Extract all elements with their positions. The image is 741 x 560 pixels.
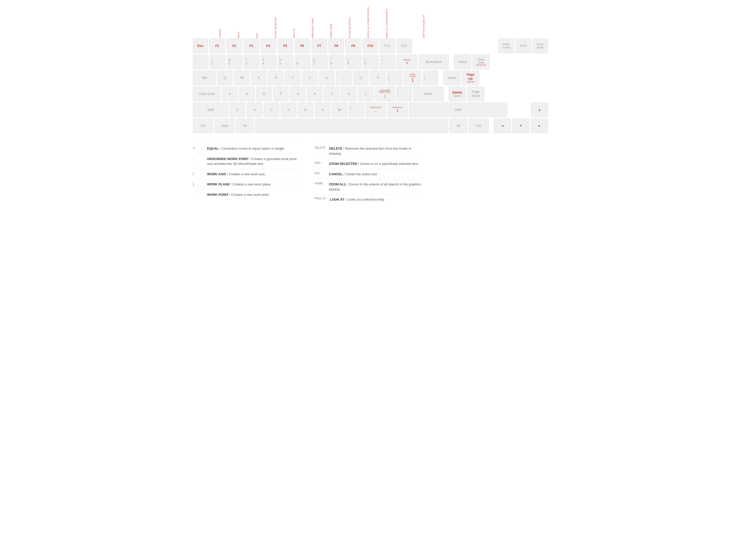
key-9[interactable]: ( 9 [346,55,361,69]
key-equal[interactable]: EQUAL = [397,55,417,69]
key-ctrl-left[interactable]: Ctrl [193,118,213,133]
key-pagedown[interactable]: PageDown [467,86,484,101]
key-space[interactable] [255,118,448,133]
key-prtscn[interactable]: PrtScnSysRq [498,38,514,53]
key-period[interactable]: WORK POINT . [366,102,386,117]
key-scrlk[interactable]: ScrLK [516,38,531,53]
key-f7[interactable]: F7 [311,38,327,53]
key-end[interactable]: End ZOOMSELECTED [473,55,490,69]
key-f9[interactable]: F9 [345,38,361,53]
key-x[interactable]: X [247,102,262,117]
key-s[interactable]: S [239,86,255,101]
start-label: Start [221,124,228,128]
key-slash[interactable]: WORK AXIS / [387,102,408,117]
key-6[interactable]: ^ 6 [295,55,311,69]
key-p[interactable]: P [370,71,386,85]
key-e[interactable]: E [251,71,267,85]
key-v[interactable]: V [281,102,296,117]
key-delete[interactable]: Delete DELETE [449,86,466,101]
key-pause[interactable]: PauseBreak [532,38,548,53]
key-backspace[interactable]: Backspace [418,55,449,69]
key-enter[interactable]: Enter [413,86,444,101]
key-ctrl-right[interactable]: Ctrl [468,118,489,133]
key-tab[interactable]: Tab [193,71,216,85]
key-b[interactable]: B [298,102,314,117]
key-tilde[interactable]: ~ ` [193,55,209,69]
key-3[interactable]: # 3 [244,55,260,69]
key-j[interactable]: J [324,86,340,101]
a-label: A [229,92,231,96]
key-left[interactable]: ◄ [494,118,511,133]
key-7[interactable]: & 7 [312,55,328,69]
tilde-top: ~ [194,58,196,61]
key-i[interactable]: I [336,71,352,85]
key-f6[interactable]: F6 [294,38,310,53]
key-y[interactable]: Y [302,71,318,85]
key-2[interactable]: @ 2 [227,55,243,69]
key-shift-right[interactable]: Shift [409,102,507,117]
key-shift-left[interactable]: Shift [193,102,228,117]
key-t[interactable]: T [285,71,301,85]
key-2-bot: 2 [228,61,230,65]
key-down[interactable]: ▼ [512,118,530,133]
key-f8[interactable]: F8 [328,38,344,53]
key-w[interactable]: W [234,71,250,85]
key-home[interactable]: Home [454,55,471,69]
key-2-top: @ [228,58,231,61]
key-g[interactable]: G [290,86,306,101]
key-f10[interactable]: F10 [362,38,378,53]
key-alt-right[interactable]: Alt [450,118,467,133]
shift-left-label: Shift [207,108,214,112]
fn-label-rotate-text: ROTATE [293,28,295,38]
key-bracket-close[interactable]: WORKPLANE ] [404,71,421,85]
key-0[interactable]: ) 0 [363,55,379,69]
legend-period: . WORK POINT / Creates a new work point. [193,189,299,200]
key-bracket-open[interactable]: { [ [387,71,403,85]
key-comma[interactable]: < , [349,102,364,117]
key-f2[interactable]: F2 [226,38,242,53]
legend-period-key: . [193,192,203,196]
key-semicolon[interactable]: GROUNDEDWORK POINT ; [375,86,395,101]
key-right[interactable]: ► [531,118,548,133]
key-q[interactable]: Q [217,71,233,85]
key-alt-left[interactable]: Alt [236,118,254,133]
key-start[interactable]: Start [214,118,235,133]
key-f3[interactable]: F3 [243,38,259,53]
keyboard-container: CANCEL HELP PAN ZOOM SELECTED ROTATE PRE… [193,5,548,205]
key-d[interactable]: D [256,86,272,101]
key-o[interactable]: O [353,71,369,85]
key-minus[interactable]: — - [380,55,396,69]
key-5[interactable]: % 5 [278,55,293,69]
key-1[interactable]: ! 1 [210,55,225,69]
key-f5[interactable]: F5 [277,38,293,53]
legend-semicolon-key: ; [193,157,203,161]
key-insert[interactable]: Insert [443,71,461,85]
key-u[interactable]: U [319,71,335,85]
key-f[interactable]: F [273,86,289,101]
key-l[interactable]: L [358,86,374,101]
key-m[interactable]: M [332,102,347,117]
key-8[interactable]: * 8 [329,55,345,69]
u-label: U [326,76,328,80]
key-up[interactable]: ▲ [531,102,548,117]
key-k[interactable]: K [341,86,357,101]
key-pageup[interactable]: PageUp LOOK AT [462,71,479,85]
key-esc[interactable]: Esc [193,38,208,53]
key-f12[interactable]: F12 [396,38,412,53]
key-4[interactable]: $ 4 [261,55,277,69]
key-n[interactable]: N [315,102,330,117]
key-f11[interactable]: F11 [380,38,395,53]
key-f4[interactable]: F4 [260,38,276,53]
key-f1[interactable]: F1 [209,38,225,53]
key-backslash[interactable]: | \ [422,71,438,85]
workplane-label: WORKPLANE [410,74,416,77]
key-a[interactable]: A [222,86,238,101]
key-h[interactable]: H [307,86,323,101]
key-c[interactable]: C [264,102,279,117]
key-z[interactable]: Z [230,102,246,117]
equal-bot-label: = [406,61,408,65]
key-r[interactable]: R [268,71,284,85]
f7-label: F7 [317,44,321,48]
key-quote[interactable]: " ' [396,86,412,101]
key-caps-lock[interactable]: Caps Lock [193,86,221,101]
